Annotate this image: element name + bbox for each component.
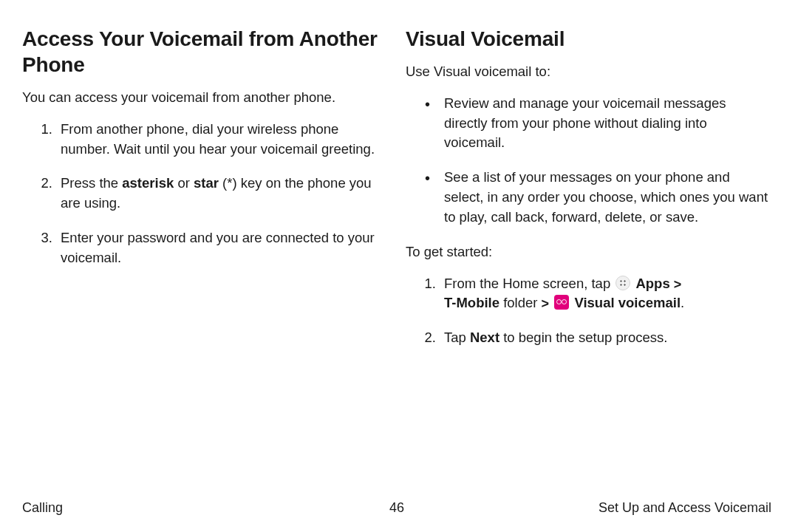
- right-start: To get started:: [406, 242, 771, 262]
- left-heading: Access Your Voicemail from Another Phone: [22, 26, 388, 78]
- text: to begin the setup process.: [499, 330, 667, 345]
- text: From the Home screen, tap: [444, 276, 614, 291]
- content-columns: Access Your Voicemail from Another Phone…: [22, 26, 771, 363]
- bold-text: Visual voicemail: [574, 295, 681, 310]
- right-bullets: Review and manage your voicemail message…: [406, 94, 771, 228]
- right-heading: Visual Voicemail: [406, 26, 771, 52]
- footer-left: Calling: [22, 500, 63, 516]
- right-column: Visual Voicemail Use Visual voicemail to…: [406, 26, 771, 363]
- text: .: [681, 295, 684, 310]
- list-item: Enter your password and you are connecte…: [56, 228, 388, 268]
- left-column: Access Your Voicemail from Another Phone…: [22, 26, 388, 363]
- list-item: Tap Next to begin the setup process.: [440, 328, 771, 348]
- chevron-right-icon: >: [542, 294, 550, 313]
- page-number: 46: [389, 500, 404, 516]
- page-footer: Calling 46 Set Up and Access Voicemail: [22, 500, 771, 516]
- apps-icon: [615, 276, 630, 290]
- list-item: From the Home screen, tap Apps > T-Mobil…: [440, 274, 771, 314]
- left-intro: You can access your voicemail from anoth…: [22, 88, 388, 108]
- left-steps: From another phone, dial your wireless p…: [22, 120, 388, 268]
- bold-text: Next: [470, 330, 499, 345]
- visual-voicemail-icon: [554, 295, 569, 310]
- chevron-right-icon: >: [674, 275, 682, 294]
- list-item: See a list of your messages on your phon…: [440, 168, 771, 227]
- text: folder: [499, 295, 542, 310]
- text: Tap: [444, 330, 470, 345]
- right-intro: Use Visual voicemail to:: [406, 62, 771, 82]
- text: Press the: [61, 175, 122, 191]
- list-item: From another phone, dial your wireless p…: [56, 120, 388, 160]
- bold-text: star: [194, 175, 219, 191]
- footer-right: Set Up and Access Voicemail: [598, 500, 771, 516]
- bold-text: Apps: [635, 276, 669, 291]
- bold-text: asterisk: [122, 175, 174, 191]
- text: or: [174, 175, 194, 191]
- list-item: Press the asterisk or star (*) key on th…: [56, 174, 388, 214]
- right-steps: From the Home screen, tap Apps > T-Mobil…: [406, 274, 771, 348]
- bold-text: T-Mobile: [444, 295, 499, 310]
- list-item: Review and manage your voicemail message…: [440, 94, 771, 153]
